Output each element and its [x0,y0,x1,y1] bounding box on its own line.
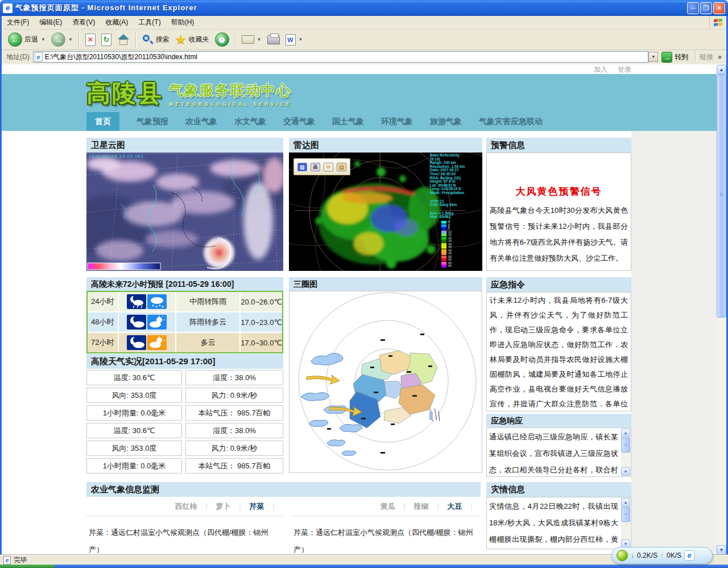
security-globe-icon[interactable] [617,550,628,561]
menu-edit[interactable]: 编辑(E) [34,16,67,29]
browser-viewport: 加入 登录 高陵县 气象服务联动中心 METEOROLOGICAL SERVIC… [2,65,717,555]
nav-traffic[interactable]: 交通气象 [283,112,315,131]
scrollbar-thumb[interactable] [717,75,726,318]
mail-dropdown-icon[interactable]: ▼ [257,37,262,42]
tab-radish[interactable]: 萝卜 [216,501,231,512]
tab-pepper[interactable]: 辣椒 [414,501,429,512]
scroll-down-icon[interactable]: ▼ [717,545,726,555]
response-panel: 应急响应 通远镇已经启动三级应急响应，镇长某某组织会议，宣布我镇进入三级应急状态… [486,414,631,477]
tab-tomato[interactable]: 西红柿 [175,501,197,512]
favorites-button[interactable]: ★ 收藏夹 [172,33,212,47]
go-button[interactable]: → 转到 [661,52,688,63]
edit-dropdown-icon[interactable]: ▼ [299,37,303,42]
image-toolbar: ▦ 🖶 ✉ ▤ [293,158,350,175]
restore-button[interactable]: ❐ [700,2,712,14]
response-scrollbar[interactable]: ▲ ▼ [621,429,630,476]
disaster-scrollbar[interactable]: ▲ ▼ [621,498,630,548]
scroll-down-icon[interactable]: ▼ [621,467,630,476]
login-link[interactable]: 登录 [618,65,631,75]
print-button[interactable] [264,34,283,46]
satellite-panel-title: 卫星云图 [86,138,283,153]
links-chevron-icon[interactable]: » [718,53,722,61]
close-button[interactable]: ✕ [713,2,725,14]
scroll-up-icon[interactable]: ▲ [621,429,630,437]
menu-file[interactable]: 文件(F) [2,16,34,29]
go-arrow-icon: → [661,52,672,63]
minimize-button[interactable]: ─ [687,2,699,14]
nav-hydrology[interactable]: 水文气象 [234,112,266,131]
history-button[interactable]: 🕒 [212,31,232,48]
address-input[interactable]: e E:\气象台\原型20110530\原型20110530\index.htm… [33,51,649,63]
stop-button[interactable]: ✕ [82,32,98,47]
wind-direction-value: 风向: 353.0度 [86,441,182,456]
scrollbar-thumb[interactable] [621,438,630,452]
taskbar[interactable] [0,565,728,568]
tab-celery[interactable]: 芹菜 [249,501,264,512]
open-folder-icon[interactable]: ▤ [337,163,346,171]
nav-home[interactable]: 首页 [86,112,119,131]
pressure-value: 本站气压： 985.7百帕 [185,405,283,421]
scrollbar-thumb[interactable] [621,507,630,522]
menu-tools[interactable]: 工具(T) [133,16,166,29]
ie-shortcut-icon[interactable]: e [684,550,694,561]
command-panel-title: 应急指令 [486,277,631,292]
home-button[interactable] [114,33,133,47]
window-title: 气象预报页面原型 - Microsoft Internet Explorer [15,3,687,13]
save-image-icon[interactable]: ▦ [297,163,307,171]
wind-direction-value: 风向: 353.0度 [86,388,182,403]
nav-weather-forecast[interactable]: 气象预报 [136,112,168,131]
search-button[interactable]: 搜索 [139,33,172,47]
print-image-icon[interactable]: 🖶 [311,163,320,171]
radar-info-block: Base Reflectivity(ft 19) Range: 230 kmRe… [430,154,482,219]
warning-text: 高陵县气象台今天10时30分发布大风黄色预警信号：预计未来12小时内，我县部分地… [487,198,631,266]
main-scrollbar[interactable]: ▲ ▼ [717,65,726,555]
refresh-button[interactable]: ↻ [98,32,114,47]
menu-help[interactable]: 帮助(H) [166,16,200,29]
mail-image-icon[interactable]: ✉ [324,163,333,171]
scroll-up-icon[interactable]: ▲ [621,498,630,507]
menu-view[interactable]: 查看(V) [67,16,100,29]
favorites-label: 收藏夹 [189,35,209,44]
wind-force-value: 风力: 0.9米/秒 [185,388,283,403]
back-button[interactable]: ← 后退 ▼ [5,31,48,48]
upload-arrow-icon: ↑ [660,551,664,559]
back-label: 后退 [24,35,38,44]
edit-button[interactable]: W ▼ [283,33,306,47]
satellite-image: 2011-05-29 18:00 IR1 [86,153,283,271]
search-icon [142,34,154,46]
nav-disaster-linkage[interactable]: 气象灾害应急联动 [479,112,543,131]
toolbar-separator [135,32,136,48]
radar-image: ▦ 🖶 ✉ ▤ Base Reflectivity(ft 19) Range: … [289,153,482,271]
logo-service-name: 气象服务联动中心 [169,82,292,98]
stop-icon: ✕ [85,34,96,46]
menu-favorites[interactable]: 收藏(A) [100,16,133,29]
network-speed-widget[interactable]: ↓ 0.2K/S ↑ 0K/S e [611,547,713,564]
forward-button[interactable]: → ▼ [48,31,76,48]
nav-tourism[interactable]: 旅游气象 [430,112,462,131]
forward-icon: → [51,32,65,47]
mail-button[interactable]: ▼ [239,34,264,45]
nav-environment[interactable]: 环境气象 [381,112,413,131]
nav-land[interactable]: 国土气象 [332,112,364,131]
links-label[interactable]: 链接 [700,52,713,62]
tab-cucumber[interactable]: 黄瓜 [380,501,395,512]
agriculture-right-text: 芹菜：通远仁村温室小气候观测点（四代棚/棚膜：锦州产） [293,524,479,555]
join-link[interactable]: 加入 [594,65,607,75]
home-icon [117,34,130,46]
scroll-up-icon[interactable]: ▲ [717,65,726,75]
warning-panel: 预警信息 大风黄色预警信号 高陵县气象台今天10时30分发布大风黄色预警信号：预… [486,138,631,271]
humidity-value: 湿度：38.0% [185,423,283,438]
forecast-row-24h: 24小时 中雨转阵雨 20.0~26.0℃ [88,292,282,311]
go-label: 转到 [675,52,688,62]
agriculture-panel: 农业气象信息监测 西红柿｜ 萝卜｜ 芹菜｜ 黄瓜｜ 辣椒｜ 大豆｜ 芹菜：通远仁… [86,482,481,524]
print-icon [267,35,280,44]
tab-soybean[interactable]: 大豆 [447,501,462,512]
radar-panel-title: 雷达图 [289,138,482,153]
forward-dropdown-icon[interactable]: ▼ [68,37,73,42]
nav-agriculture[interactable]: 农业气象 [185,112,217,131]
response-body: 通远镇已经启动三级应急响应，镇长某某组织会议，宣布我镇进入三级应急状态，农口相关… [486,427,631,477]
start-button-edge[interactable] [0,565,55,568]
satellite-panel: 卫星云图 [86,138,283,271]
back-dropdown-icon[interactable]: ▼ [41,37,46,42]
address-dropdown-button[interactable]: ▼ [648,52,658,62]
